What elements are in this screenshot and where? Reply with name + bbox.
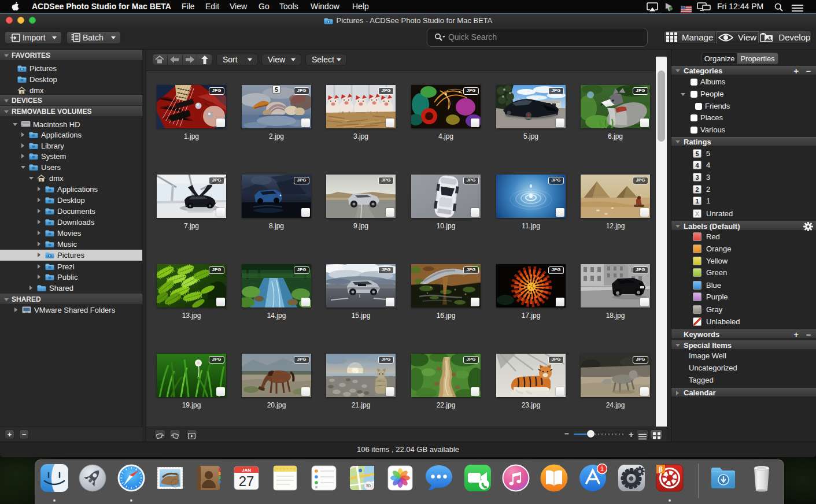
svg-text:27: 27 bbox=[239, 473, 254, 489]
svg-text:1: 1 bbox=[600, 465, 604, 472]
svg-text:3D: 3D bbox=[366, 484, 371, 488]
svg-text:JAN: JAN bbox=[242, 468, 251, 473]
svg-text:β: β bbox=[659, 465, 663, 473]
